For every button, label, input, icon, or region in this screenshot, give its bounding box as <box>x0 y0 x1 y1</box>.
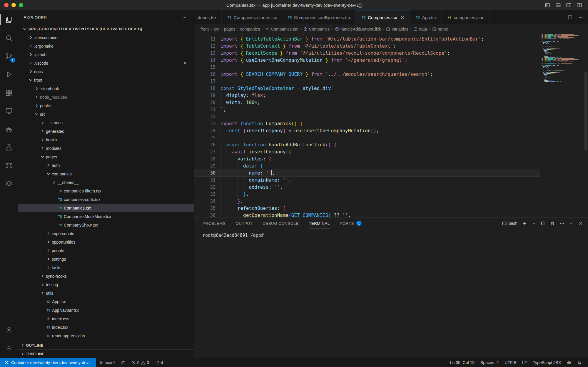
activity-docker[interactable] <box>0 120 18 138</box>
breadcrumb-src[interactable]: src <box>214 27 219 31</box>
tree-item-index-tsx[interactable]: TSindex.tsx <box>18 323 194 331</box>
status-problems[interactable]: 00 <box>128 358 152 367</box>
tree-item-sync-hooks[interactable]: sync-hooks <box>18 272 194 280</box>
status-language-mode[interactable]: TypeScript JSX <box>530 358 564 367</box>
layout-sidebar-left-icon[interactable] <box>545 2 550 8</box>
panel-tab-output[interactable]: OUTPUT <box>235 218 253 229</box>
tree-item-app-tsx[interactable]: TSApp.tsx <box>18 297 194 306</box>
activity-manage[interactable] <box>0 338 18 357</box>
more-icon[interactable] <box>578 15 583 20</box>
code-line-24[interactable]: 24 const [insertCompany] = useInsertOneC… <box>194 127 540 134</box>
code-line-16[interactable]: 16import { SEARCH_COMPANY_QUERY } from '… <box>194 71 540 78</box>
status-cursor-position[interactable]: Ln 30, Col 19 <box>447 358 477 367</box>
tree-item-storybook[interactable]: .storybook <box>18 84 194 93</box>
code-line-32[interactable]: 32 address: '', <box>194 184 540 191</box>
tree-item-app-container-dev-twenty-dev-dev-twenty-dev-1[interactable]: APP [CONTAINER DEV-TWENTY-DEV (DEV-TWENT… <box>18 25 194 33</box>
tree-item-docs[interactable]: docs <box>18 67 194 76</box>
activity-organization[interactable] <box>0 156 18 175</box>
remote-indicator[interactable]: Container dev-twenty-dev (dev-twenty-dev… <box>0 358 96 367</box>
split-editor-icon[interactable] <box>567 15 573 20</box>
panel-tab-problems[interactable]: PROBLEMS <box>203 218 225 229</box>
tree-item-stories[interactable]: __stories__ <box>18 118 194 127</box>
tree-item-appnavbar-tsx[interactable]: TSAppNavbar.tsx <box>18 306 194 314</box>
code-line-29[interactable]: 29 data: { <box>194 162 540 170</box>
breadcrumb-variables[interactable]: variables <box>386 27 408 31</box>
activity-accounts[interactable] <box>0 320 18 338</box>
panel-tab-debug-console[interactable]: DEBUG CONSOLE <box>263 218 299 229</box>
minimize-window-button[interactable] <box>11 3 16 7</box>
code-line-17[interactable]: 17 <box>194 78 540 85</box>
status-sync[interactable] <box>118 358 128 367</box>
tree-item-generated[interactable]: generated <box>18 127 194 135</box>
chevron-down-icon[interactable] <box>531 221 536 226</box>
panel-tab-terminal[interactable]: TERMINAL <box>309 218 330 229</box>
breadcrumb-data[interactable]: data <box>413 27 427 31</box>
tree-item-companyshow-tsx[interactable]: TSCompanyShow.tsx <box>18 221 194 229</box>
more-icon[interactable] <box>559 221 564 226</box>
tree-item-node-modules[interactable]: node_modules <box>18 93 194 101</box>
tree-item-utils[interactable]: utils <box>18 289 194 297</box>
tree-item-companies[interactable]: companies <box>18 170 194 178</box>
customize-layout-icon[interactable] <box>577 2 582 8</box>
sidebar-section-timeline[interactable]: TIMELINE <box>18 349 194 358</box>
layout-sidebar-right-icon[interactable] <box>566 2 572 8</box>
tree-item-stories[interactable]: __stories__ <box>18 178 194 187</box>
code-line-12[interactable]: 12import { TableContext } from '@/ui/tab… <box>194 43 540 50</box>
code-line-23[interactable]: 23export function Companies() { <box>194 120 540 127</box>
tree-item-public[interactable]: public <box>18 101 194 110</box>
tree-item-impersonate[interactable]: impersonate <box>18 229 194 238</box>
tab-stories-tsx[interactable]: stories.tsx <box>194 11 222 24</box>
tree-item-testing[interactable]: testing <box>18 280 194 289</box>
close-icon[interactable] <box>400 15 405 20</box>
tree-item-settings[interactable]: settings <box>18 255 194 263</box>
minimap[interactable] <box>540 34 584 217</box>
split-editor-icon[interactable] <box>541 221 546 226</box>
chevron-up-icon[interactable] <box>569 221 574 226</box>
code-line-35[interactable]: 35 refetchQueries: [ <box>194 205 540 212</box>
code-line-22[interactable]: 22 <box>194 113 540 120</box>
tree-item-vscode[interactable]: .vscode <box>18 59 194 67</box>
panel-tab-ports[interactable]: PORTS1 <box>340 218 362 229</box>
shell-selector[interactable]: bash <box>502 221 517 226</box>
code-line-33[interactable]: 33 }, <box>194 191 540 198</box>
tree-item-tasks[interactable]: tasks <box>18 263 194 272</box>
breadcrumb-name[interactable]: name <box>432 27 448 31</box>
tab-companies-stories-tsx[interactable]: TSCompanies.stories.tsx <box>222 11 282 24</box>
tree-item-index-css[interactable]: #index.css <box>18 314 194 323</box>
activity-search[interactable] <box>0 29 18 47</box>
code-line-19[interactable]: 19 display: flex; <box>194 92 540 99</box>
activity-layers[interactable] <box>0 175 18 193</box>
status-git-branch[interactable]: main* <box>96 358 118 367</box>
code-line-14[interactable]: 14import { useInsertOneCompanyMutation }… <box>194 57 540 64</box>
tree-item-src[interactable]: src <box>18 110 194 118</box>
code-line-25[interactable]: 25 <box>194 134 540 141</box>
tree-item-modules[interactable]: modules <box>18 144 194 153</box>
tab-companies-sortby-stories-tsx[interactable]: TSCompanies.sortBy.stories.tsx <box>282 11 356 24</box>
activity-source-control[interactable]: 1 <box>0 47 18 65</box>
tree-item-companies-sorts-tsx[interactable]: TScompanies-sorts.tsx <box>18 195 194 204</box>
tree-item-github[interactable]: .github <box>18 50 194 59</box>
breadcrumb-companies[interactable]: Companies <box>303 27 330 31</box>
tree-item-front[interactable]: front <box>18 76 194 84</box>
tab-companies-json[interactable]: {}companies.json <box>442 11 489 24</box>
status-language-status[interactable] <box>564 358 574 367</box>
breadcrumb-handleaddbuttonclick[interactable]: handleAddButtonClick <box>335 27 381 31</box>
code-line-28[interactable]: 28 variables: { <box>194 155 540 162</box>
tab-app-tsx[interactable]: TSApp.tsx <box>410 11 442 24</box>
code-line-34[interactable]: 34 }, <box>194 198 540 205</box>
code-line-31[interactable]: 31 domainName: '', <box>194 177 540 184</box>
tree-item-pages[interactable]: pages <box>18 153 194 161</box>
tree-item-people[interactable]: people <box>18 246 194 255</box>
code-line-21[interactable]: 21`; <box>194 106 540 113</box>
editor-scrollbar[interactable] <box>584 34 588 217</box>
code-line-30[interactable]: 30 name: '', <box>194 170 540 177</box>
close-window-button[interactable] <box>4 3 9 7</box>
trash-icon[interactable] <box>550 221 555 226</box>
layout-panel-icon[interactable] <box>555 2 561 8</box>
code-line-15[interactable]: 15 <box>194 64 540 71</box>
tree-item-opportunities[interactable]: opportunities <box>18 238 194 246</box>
code-line-20[interactable]: 20 width: 100%; <box>194 99 540 106</box>
tree-item-companies-filters-tsx[interactable]: TScompanies-filters.tsx <box>18 187 194 195</box>
tree-item-auth[interactable]: auth <box>18 161 194 170</box>
status-indentation[interactable]: Spaces: 2 <box>477 358 502 367</box>
